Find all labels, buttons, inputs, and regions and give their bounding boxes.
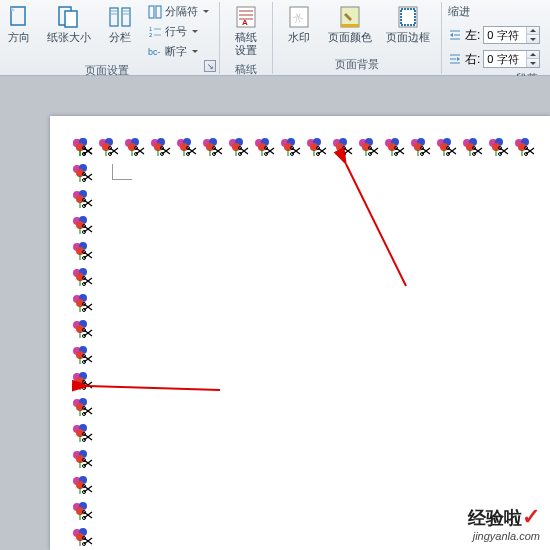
art-border-motif-icon [278,136,304,162]
art-border-motif-icon [96,136,122,162]
svg-rect-10 [156,6,161,18]
group-draft: A 稿纸 设置 稿纸 [220,2,273,74]
spinner-down[interactable] [527,59,539,67]
paper-size-label: 纸张大小 [47,31,91,44]
draft-settings-button[interactable]: A 稿纸 设置 [226,2,266,60]
chevron-down-icon [192,30,198,33]
indent-right-icon [448,52,462,66]
watermark-title: 经验啦 [468,508,522,528]
indent-right-spinner[interactable] [483,50,540,68]
draft-settings-label: 稿纸 设置 [235,31,257,57]
page-setup-dialog-launcher[interactable] [204,60,216,72]
art-border-motif-icon [200,136,226,162]
art-border-motif-icon [460,136,486,162]
spinner-down[interactable] [527,35,539,43]
chevron-down-icon [203,10,209,13]
watermark-icon: 水 [285,5,313,29]
svg-line-237 [346,164,406,286]
spinner-up[interactable] [527,51,539,59]
art-border-motif-icon [70,240,96,266]
indent-right-input[interactable] [484,53,526,65]
art-border-motif-icon [70,188,96,214]
svg-rect-9 [149,6,154,18]
ribbon: 方向 纸张大小 分栏 分隔符 [0,0,550,76]
svg-text:2: 2 [149,32,153,38]
breaks-label: 分隔符 [165,4,198,19]
chevron-down-icon [192,50,198,53]
annotation-arrow-left [80,376,230,399]
watermark-sub: jingyanla.com [468,530,540,542]
group-page-background: 水 水印 页面颜色 页面边框 页面背景 [273,2,442,74]
art-border-motif-icon [356,136,382,162]
art-border-motif-icon [70,214,96,240]
hyphenation-icon: bc- [148,45,162,59]
cursor-marker [112,164,132,180]
paper-size-icon [55,5,83,29]
orientation-label: 方向 [8,31,30,44]
art-border-motif-icon [70,162,96,188]
art-border-motif-icon [70,474,96,500]
columns-label: 分栏 [109,31,131,44]
art-border-motif-icon [70,318,96,344]
page-color-icon [336,5,364,29]
page-border-button[interactable]: 页面边框 [381,2,435,47]
group-page-setup: 方向 纸张大小 分栏 分隔符 [0,2,220,74]
art-border-motif-icon [382,136,408,162]
indent-left-label: 左: [465,27,480,44]
art-border-motif-icon [70,422,96,448]
breaks-icon [148,5,162,19]
columns-icon [106,5,134,29]
indent-left-input[interactable] [484,29,526,41]
page-art-border-top [70,136,550,162]
art-border-motif-icon [70,292,96,318]
page-border-label: 页面边框 [386,31,430,44]
art-border-motif-icon [70,136,96,162]
art-border-motif-icon [252,136,278,162]
art-border-motif-icon [434,136,460,162]
orientation-button[interactable]: 方向 [0,2,38,47]
orientation-icon [5,5,33,29]
art-border-motif-icon [512,136,538,162]
watermark-label: 水印 [288,31,310,44]
check-icon: ✓ [522,504,540,529]
art-border-motif-icon [70,344,96,370]
art-border-motif-icon [70,500,96,526]
art-border-motif-icon [304,136,330,162]
line-numbers-label: 行号 [165,24,187,39]
document-page[interactable] [50,116,550,550]
annotation-arrow-top [336,156,436,299]
indent-left-spinner[interactable] [483,26,540,44]
columns-button[interactable]: 分栏 [100,2,140,47]
indent-right-label: 右: [465,51,480,68]
group-indent: 缩进 左: 右: 段落 [442,2,546,74]
indent-left-icon [448,28,462,42]
art-border-motif-icon [408,136,434,162]
art-border-motif-icon [122,136,148,162]
svg-rect-2 [65,11,77,27]
svg-text:A: A [242,18,248,27]
line-numbers-button[interactable]: 12 行号 [144,22,213,41]
art-border-motif-icon [70,526,96,550]
page-color-button[interactable]: 页面颜色 [323,2,377,47]
svg-text:bc-: bc- [148,47,161,57]
spinner-up[interactable] [527,27,539,35]
breaks-button[interactable]: 分隔符 [144,2,213,21]
art-border-motif-icon [330,136,356,162]
hyphenation-button[interactable]: bc- 断字 [144,42,213,61]
hyphenation-label: 断字 [165,44,187,59]
group-label-page-bg: 页面背景 [279,55,435,74]
watermark-button[interactable]: 水 水印 [279,2,319,47]
art-border-motif-icon [70,448,96,474]
art-border-motif-icon [174,136,200,162]
site-watermark: 经验啦✓ jingyanla.com [468,504,540,542]
draft-icon: A [232,5,260,29]
art-border-motif-icon [70,396,96,422]
indent-title: 缩进 [448,4,470,19]
art-border-motif-icon [486,136,512,162]
paper-size-button[interactable]: 纸张大小 [42,2,96,47]
line-numbers-icon: 12 [148,25,162,39]
svg-line-238 [88,386,220,390]
page-border-icon [394,5,422,29]
art-border-motif-icon [148,136,174,162]
art-border-motif-icon [70,266,96,292]
